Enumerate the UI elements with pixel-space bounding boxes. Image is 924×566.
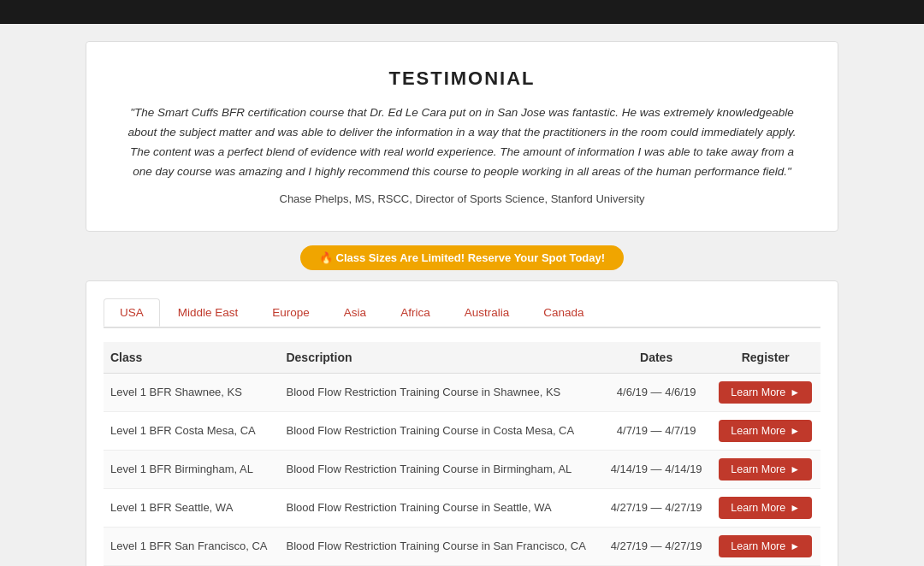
table-header-row: Class Description Dates Register xyxy=(104,342,820,374)
page-wrapper: TESTIMONIAL "The Smart Cuffs BFR certifi… xyxy=(86,24,838,566)
arrow-icon: ► xyxy=(790,463,800,475)
description-cell: Blood Flow Restriction Training Course i… xyxy=(279,411,601,450)
description-cell: Blood Flow Restriction Training Course i… xyxy=(279,373,601,411)
arrow-icon: ► xyxy=(790,540,800,552)
register-cell: Learn More ► xyxy=(710,488,820,527)
arrow-icon: ► xyxy=(790,386,800,398)
class-cell: Level 1 BFR San Francisco, CA xyxy=(104,527,279,565)
class-cell: Level 1 BFR Seattle, WA xyxy=(104,488,279,527)
classes-box: USA Middle East Europe Asia Africa Austr… xyxy=(86,280,838,566)
dates-header: Dates xyxy=(602,342,711,374)
learn-more-button[interactable]: Learn More ► xyxy=(719,381,812,404)
dates-cell: 4/7/19 — 4/7/19 xyxy=(602,411,711,450)
register-header: Register xyxy=(710,342,820,374)
top-bar xyxy=(0,0,924,24)
learn-more-button[interactable]: Learn More ► xyxy=(719,497,812,519)
table-row: Level 1 BFR Costa Mesa, CABlood Flow Res… xyxy=(104,411,820,450)
tab-australia[interactable]: Australia xyxy=(448,298,526,327)
testimonial-quote: "The Smart Cuffs BFR certification cours… xyxy=(121,103,803,182)
arrow-icon: ► xyxy=(790,425,800,437)
reserve-spot-button[interactable]: 🔥 Class Sizes Are Limited! Reserve Your … xyxy=(300,245,624,270)
description-header: Description xyxy=(279,342,601,374)
tab-usa[interactable]: USA xyxy=(104,298,160,327)
tab-middle-east[interactable]: Middle East xyxy=(162,298,255,327)
tabs-container: USA Middle East Europe Asia Africa Austr… xyxy=(104,298,820,328)
register-cell: Learn More ► xyxy=(710,373,820,411)
table-row: Level 1 BFR Shawnee, KSBlood Flow Restri… xyxy=(104,373,820,411)
tab-asia[interactable]: Asia xyxy=(328,298,382,327)
table-row: Level 1 BFR San Francisco, CABlood Flow … xyxy=(104,527,820,565)
class-cell: Level 1 BFR Costa Mesa, CA xyxy=(104,411,279,450)
description-cell: Blood Flow Restriction Training Course i… xyxy=(279,450,601,488)
learn-more-button[interactable]: Learn More ► xyxy=(719,535,812,557)
class-cell: Level 1 BFR Shawnee, KS xyxy=(104,373,279,411)
testimonial-title: TESTIMONIAL xyxy=(121,68,803,90)
testimonial-box: TESTIMONIAL "The Smart Cuffs BFR certifi… xyxy=(86,41,838,232)
table-row: Level 1 BFR Seattle, WABlood Flow Restri… xyxy=(104,488,820,527)
register-cell: Learn More ► xyxy=(710,450,820,488)
dates-cell: 4/6/19 — 4/6/19 xyxy=(602,373,711,411)
dates-cell: 4/27/19 — 4/27/19 xyxy=(602,527,711,565)
testimonial-author: Chase Phelps, MS, RSCC, Director of Spor… xyxy=(121,192,803,205)
tab-africa[interactable]: Africa xyxy=(384,298,447,327)
dates-cell: 4/27/19 — 4/27/19 xyxy=(602,488,711,527)
description-cell: Blood Flow Restriction Training Course i… xyxy=(279,488,601,527)
arrow-icon: ► xyxy=(790,502,800,514)
learn-more-button[interactable]: Learn More ► xyxy=(719,458,812,481)
class-table: Class Description Dates Register Level 1… xyxy=(104,342,820,566)
class-header: Class xyxy=(104,342,279,374)
dates-cell: 4/14/19 — 4/14/19 xyxy=(602,450,711,488)
table-row: Level 1 BFR Birmingham, ALBlood Flow Res… xyxy=(104,450,820,488)
class-cell: Level 1 BFR Birmingham, AL xyxy=(104,450,279,488)
register-cell: Learn More ► xyxy=(710,411,820,450)
tab-europe[interactable]: Europe xyxy=(256,298,326,327)
tab-canada[interactable]: Canada xyxy=(527,298,600,327)
register-cell: Learn More ► xyxy=(710,527,820,565)
learn-more-button[interactable]: Learn More ► xyxy=(719,420,812,442)
description-cell: Blood Flow Restriction Training Course i… xyxy=(279,527,601,565)
banner-wrapper: 🔥 Class Sizes Are Limited! Reserve Your … xyxy=(86,245,838,270)
